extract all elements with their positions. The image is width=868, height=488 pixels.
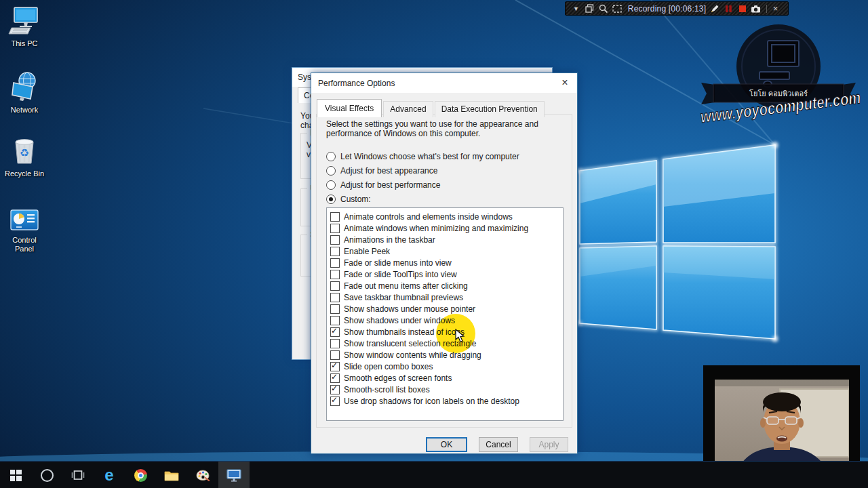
mode-radio-row[interactable]: Custom: — [326, 192, 519, 206]
zoom-icon[interactable] — [597, 3, 609, 14]
checkbox[interactable]: ✓ — [330, 212, 340, 222]
paint-button[interactable] — [187, 462, 218, 488]
recording-status: Recording [00:06:13] — [625, 4, 709, 14]
task-view-icon — [71, 470, 85, 481]
checkbox[interactable]: ✓ — [330, 339, 340, 348]
effect-row[interactable]: ✓ Smooth-scroll list boxes — [329, 384, 563, 395]
mode-radio-row[interactable]: Adjust for best performance — [326, 178, 519, 192]
effect-row[interactable]: ✓ Slide open combo boxes — [329, 361, 563, 372]
toolbar-divider — [766, 5, 767, 13]
checkbox[interactable]: ✓ — [330, 270, 340, 279]
checkbox[interactable]: ✓ — [330, 350, 340, 360]
draw-pen-icon[interactable] — [709, 3, 721, 14]
desktop-icon-recycle-bin[interactable]: ♻ Recycle Bin — [3, 134, 46, 178]
checkbox[interactable]: ✓ — [330, 224, 340, 233]
desktop-icon-control-panel[interactable]: Control Panel — [3, 209, 46, 253]
mode-label: Adjust for best appearance — [340, 166, 437, 176]
mode-label: Adjust for best performance — [340, 180, 440, 190]
screenshot-camera-icon[interactable] — [750, 3, 762, 14]
taskbar[interactable]: e — [0, 461, 868, 488]
effect-label: Fade or slide ToolTips into view — [344, 270, 457, 279]
edge-button[interactable]: e — [94, 462, 125, 488]
effect-row[interactable]: ✓ Animate windows when minimizing and ma… — [329, 222, 563, 234]
effect-label: Smooth edges of screen fonts — [344, 373, 452, 383]
effect-row[interactable]: ✓ Fade or slide ToolTips into view — [329, 268, 563, 280]
effect-label: Animate controls and elements inside win… — [344, 212, 513, 222]
effect-label: Slide open combo boxes — [344, 362, 433, 371]
visual-effects-list[interactable]: ✓ Animate controls and elements inside w… — [326, 207, 564, 421]
system-window-icon — [226, 468, 242, 482]
recycle-bin-icon: ♻ — [8, 134, 41, 165]
cancel-button[interactable]: Cancel — [479, 437, 518, 452]
checkbox[interactable]: ✓ — [330, 247, 340, 256]
tab[interactable]: Visual Effects — [317, 99, 382, 117]
effect-row[interactable]: ✓ Fade out menu items after clicking — [329, 280, 563, 291]
performance-options-titlebar[interactable]: Performance Options × — [311, 73, 577, 93]
cortana-button[interactable] — [31, 462, 62, 488]
effect-row[interactable]: ✓ Fade or slide menus into view — [329, 257, 563, 268]
checkbox[interactable]: ✓ — [330, 327, 340, 337]
checkbox[interactable]: ✓ — [330, 293, 340, 302]
close-icon[interactable]: × — [553, 73, 577, 93]
desktop-icon-label: Control Panel — [3, 236, 46, 253]
edge-icon: e — [104, 467, 113, 483]
radio-button[interactable] — [326, 180, 336, 190]
region-select-icon[interactable] — [611, 3, 623, 14]
radio-button[interactable] — [326, 152, 336, 161]
checkbox[interactable]: ✓ — [330, 304, 340, 314]
mode-label: Let Windows choose what's best for my co… — [340, 152, 519, 161]
effect-label: Save taskbar thumbnail previews — [344, 293, 463, 302]
file-explorer-icon — [164, 470, 179, 481]
start-button[interactable] — [0, 462, 31, 488]
paint-icon — [196, 469, 210, 481]
control-panel-icon — [8, 209, 41, 232]
mode-radio-row[interactable]: Let Windows choose what's best for my co… — [326, 149, 519, 163]
effect-label: Animate windows when minimizing and maxi… — [344, 224, 528, 233]
file-explorer-button[interactable] — [156, 462, 187, 488]
radio-button[interactable] — [326, 166, 336, 176]
effect-label: Animations in the taskbar — [344, 235, 435, 245]
mode-radio-row[interactable]: Adjust for best appearance — [326, 163, 519, 178]
mode-label: Custom: — [340, 195, 371, 204]
desktop-icon-network[interactable]: Network — [3, 72, 46, 115]
tab[interactable]: Data Execution Prevention — [435, 101, 545, 117]
effect-row[interactable]: ✓ Use drop shadows for icon labels on th… — [329, 395, 563, 407]
stop-icon[interactable] — [736, 3, 748, 14]
radio-button[interactable] — [326, 195, 336, 204]
effect-label: Show shadows under mouse pointer — [344, 304, 475, 314]
checkbox[interactable]: ✓ — [330, 396, 340, 406]
ok-button[interactable]: OK — [426, 437, 467, 452]
tab[interactable]: Advanced — [383, 101, 433, 117]
effect-row[interactable]: ✓ Enable Peek — [329, 245, 563, 257]
checkbox[interactable]: ✓ — [330, 385, 340, 394]
performance-options-dialog[interactable]: Performance Options × Visual Effects Adv… — [311, 73, 578, 454]
desktop-icon-this-pc[interactable]: This PC — [3, 7, 46, 48]
this-pc-icon — [8, 7, 41, 35]
chrome-button[interactable] — [125, 462, 156, 488]
checkbox[interactable]: ✓ — [330, 316, 340, 325]
effect-row[interactable]: ✓ Save taskbar thumbnail previews — [329, 291, 563, 303]
checkbox[interactable]: ✓ — [330, 362, 340, 371]
effect-row[interactable]: ✓ Animations in the taskbar — [329, 234, 563, 245]
chrome-icon — [134, 469, 147, 482]
system-window-taskbar-button[interactable] — [218, 462, 250, 488]
checkbox[interactable]: ✓ — [330, 235, 340, 245]
checkbox[interactable]: ✓ — [330, 373, 340, 383]
window-select-icon[interactable] — [584, 3, 595, 14]
close-recorder-icon[interactable]: × — [770, 3, 781, 14]
radio-dot-icon — [329, 197, 333, 201]
effect-label: Enable Peek — [344, 247, 390, 256]
apply-button: Apply — [530, 437, 568, 452]
checkbox[interactable]: ✓ — [330, 258, 340, 268]
tab-strip: Visual Effects Advanced Data Execution P… — [317, 99, 546, 117]
effect-row[interactable]: ✓ Animate controls and elements inside w… — [329, 211, 563, 222]
screen-recorder-toolbar[interactable]: ▼ Recording [00:06:13] × — [565, 1, 789, 16]
pause-icon[interactable] — [723, 3, 734, 14]
check-mark-icon: ✓ — [331, 372, 338, 382]
checkbox[interactable]: ✓ — [330, 281, 340, 291]
task-view-button[interactable] — [62, 462, 94, 488]
effect-row[interactable]: ✓ Show shadows under mouse pointer — [329, 303, 563, 314]
desktop-icon-label: Network — [3, 106, 46, 115]
effect-row[interactable]: ✓ Smooth edges of screen fonts — [329, 372, 563, 384]
dropdown-arrow-icon[interactable]: ▼ — [570, 3, 582, 14]
